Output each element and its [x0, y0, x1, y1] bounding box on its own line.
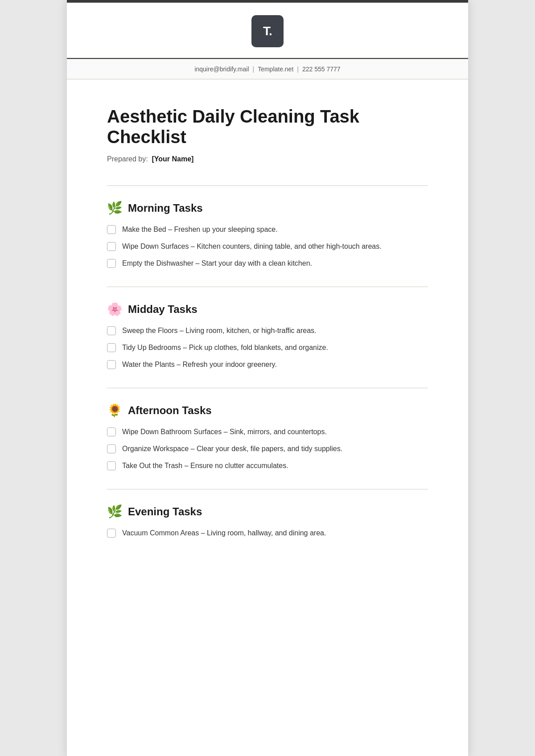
evening-title: Evening Tasks: [128, 505, 202, 518]
midday-icon: 🌸: [107, 303, 123, 316]
task-item: Sweep the Floors – Living room, kitchen,…: [107, 325, 428, 336]
section-evening: 🌿 Evening Tasks Vacuum Common Areas – Li…: [107, 505, 428, 538]
task-item: Make the Bed – Freshen up your sleeping …: [107, 224, 428, 235]
task-checkbox[interactable]: [107, 225, 116, 234]
task-text: Organize Workspace – Clear your desk, fi…: [122, 444, 428, 454]
divider-before-morning: [107, 185, 428, 186]
task-text: Water the Plants – Refresh your indoor g…: [122, 359, 428, 370]
page: T. inquire@bridify.mail | Template.net |…: [67, 0, 468, 756]
evening-task-list: Vacuum Common Areas – Living room, hallw…: [107, 528, 428, 538]
morning-icon: 🌿: [107, 202, 123, 214]
divider-before-afternoon: [107, 388, 428, 388]
logo-area: T.: [67, 3, 468, 58]
task-text: Make the Bed – Freshen up your sleeping …: [122, 224, 428, 235]
divider-before-evening: [107, 489, 428, 489]
task-text: Wipe Down Surfaces – Kitchen counters, d…: [122, 241, 428, 252]
section-afternoon: 🌻 Afternoon Tasks Wipe Down Bathroom Sur…: [107, 404, 428, 471]
afternoon-task-list: Wipe Down Bathroom Surfaces – Sink, mirr…: [107, 427, 428, 471]
midday-title: Midday Tasks: [128, 303, 198, 316]
task-text: Wipe Down Bathroom Surfaces – Sink, mirr…: [122, 427, 428, 437]
task-checkbox[interactable]: [107, 242, 116, 251]
section-midday: 🌸 Midday Tasks Sweep the Floors – Living…: [107, 303, 428, 370]
task-item: Tidy Up Bedrooms – Pick up clothes, fold…: [107, 342, 428, 353]
document-title: Aesthetic Daily Cleaning Task Checklist: [107, 106, 428, 147]
task-item: Organize Workspace – Clear your desk, fi…: [107, 444, 428, 454]
evening-icon: 🌿: [107, 505, 123, 518]
task-checkbox[interactable]: [107, 343, 116, 352]
document-subtitle: Prepared by: [Your Name]: [107, 155, 428, 163]
section-morning-header: 🌿 Morning Tasks: [107, 202, 428, 214]
task-text: Take Out the Trash – Ensure no clutter a…: [122, 460, 428, 471]
afternoon-icon: 🌻: [107, 404, 123, 417]
task-checkbox[interactable]: [107, 461, 116, 470]
contact-email: inquire@bridify.mail: [194, 66, 249, 73]
contact-site: Template.net: [258, 66, 293, 73]
task-text: Sweep the Floors – Living room, kitchen,…: [122, 325, 428, 336]
prepared-by-value: [Your Name]: [152, 155, 194, 163]
contact-sep1: |: [253, 66, 255, 73]
task-item: Vacuum Common Areas – Living room, hallw…: [107, 528, 428, 538]
logo-text: T.: [263, 24, 272, 38]
task-checkbox[interactable]: [107, 360, 116, 369]
section-evening-header: 🌿 Evening Tasks: [107, 505, 428, 518]
afternoon-title: Afternoon Tasks: [128, 404, 212, 417]
task-text: Tidy Up Bedrooms – Pick up clothes, fold…: [122, 342, 428, 353]
task-checkbox[interactable]: [107, 427, 116, 436]
task-text: Vacuum Common Areas – Living room, hallw…: [122, 528, 428, 538]
task-item: Wipe Down Surfaces – Kitchen counters, d…: [107, 241, 428, 252]
task-checkbox[interactable]: [107, 444, 116, 453]
morning-task-list: Make the Bed – Freshen up your sleeping …: [107, 224, 428, 269]
task-item: Empty the Dishwasher – Start your day wi…: [107, 258, 428, 269]
task-checkbox[interactable]: [107, 529, 116, 538]
section-midday-header: 🌸 Midday Tasks: [107, 303, 428, 316]
task-item: Take Out the Trash – Ensure no clutter a…: [107, 460, 428, 471]
midday-task-list: Sweep the Floors – Living room, kitchen,…: [107, 325, 428, 370]
task-text: Empty the Dishwasher – Start your day wi…: [122, 258, 428, 269]
contact-bar: inquire@bridify.mail | Template.net | 22…: [67, 59, 468, 79]
morning-title: Morning Tasks: [128, 202, 203, 214]
prepared-by-label: Prepared by:: [107, 155, 148, 163]
task-item: Wipe Down Bathroom Surfaces – Sink, mirr…: [107, 427, 428, 437]
contact-sep2: |: [297, 66, 299, 73]
divider-before-midday: [107, 287, 428, 287]
task-checkbox[interactable]: [107, 259, 116, 268]
task-checkbox[interactable]: [107, 326, 116, 335]
contact-phone: 222 555 7777: [302, 66, 341, 73]
logo-box: T.: [251, 15, 284, 47]
section-morning: 🌿 Morning Tasks Make the Bed – Freshen u…: [107, 202, 428, 269]
task-item: Water the Plants – Refresh your indoor g…: [107, 359, 428, 370]
content-area: Aesthetic Daily Cleaning Task Checklist …: [67, 79, 468, 583]
section-afternoon-header: 🌻 Afternoon Tasks: [107, 404, 428, 417]
